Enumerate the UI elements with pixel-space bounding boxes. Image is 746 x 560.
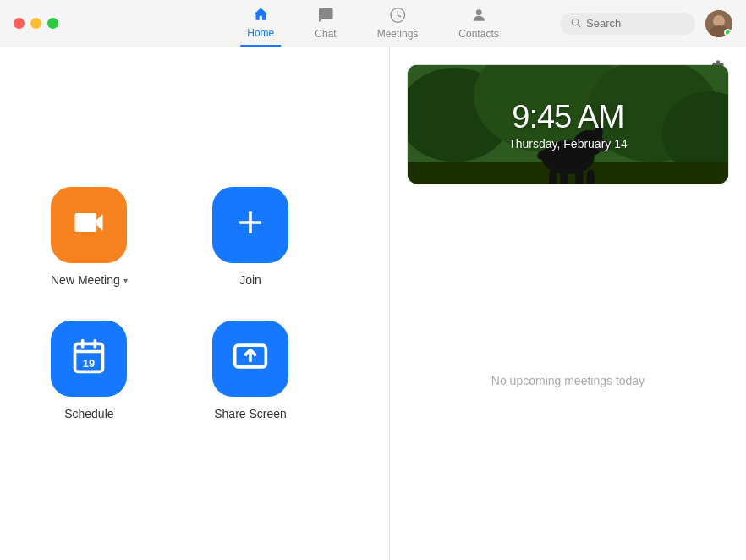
join-item[interactable]: Join [212, 187, 289, 287]
share-screen-text: Share Screen [214, 407, 287, 420]
new-meeting-button[interactable] [51, 187, 127, 263]
title-bar: Home Chat Meetings [0, 0, 746, 47]
search-box[interactable] [560, 13, 695, 35]
share-icon [232, 338, 269, 380]
svg-rect-23 [561, 170, 568, 184]
window-controls [14, 18, 58, 29]
left-panel: New Meeting ▾ Join [0, 47, 389, 560]
new-meeting-label: New Meeting ▾ [51, 273, 128, 287]
action-grid: New Meeting ▾ Join [51, 187, 288, 420]
main-nav: Home Chat Meetings [240, 0, 505, 47]
calendar-image: 9:45 AM Thursday, February 14 [408, 65, 728, 184]
svg-text:19: 19 [83, 357, 95, 370]
schedule-button[interactable]: 19 [51, 321, 127, 397]
new-meeting-text: New Meeting [51, 273, 120, 287]
time-text: 9:45 AM [508, 99, 628, 135]
svg-point-5 [713, 15, 725, 27]
date-text: Thursday, February 14 [508, 137, 628, 151]
svg-point-1 [476, 9, 482, 15]
schedule-item[interactable]: 19 Schedule [51, 321, 128, 420]
join-label: Join [239, 273, 261, 287]
camera-icon [70, 204, 107, 246]
schedule-text: Schedule [64, 407, 113, 420]
search-input[interactable] [586, 17, 685, 30]
close-button[interactable] [14, 18, 25, 29]
join-button[interactable] [212, 187, 288, 263]
new-meeting-item[interactable]: New Meeting ▾ [51, 187, 128, 287]
share-screen-item[interactable]: Share Screen [212, 321, 289, 420]
online-status-dot [724, 29, 732, 36]
svg-line-3 [578, 24, 580, 26]
calendar-icon: 19 [70, 338, 107, 380]
main-content: New Meeting ▾ Join [0, 47, 746, 560]
time-display: 9:45 AM Thursday, February 14 [508, 99, 628, 151]
contacts-icon [470, 7, 487, 26]
minimize-button[interactable] [30, 18, 41, 29]
join-text: Join [239, 273, 261, 287]
right-panel: 9:45 AM Thursday, February 14 No upcomin… [389, 47, 746, 560]
share-screen-label: Share Screen [214, 407, 287, 420]
schedule-label: Schedule [64, 407, 113, 420]
nav-label-meetings: Meetings [377, 28, 419, 40]
avatar[interactable] [705, 10, 732, 37]
nav-item-contacts[interactable]: Contacts [452, 0, 505, 47]
chat-icon [317, 7, 334, 26]
svg-rect-22 [549, 170, 557, 184]
maximize-button[interactable] [47, 18, 58, 29]
meetings-section: No upcoming meetings today [390, 201, 746, 560]
nav-item-chat[interactable]: Chat [308, 0, 343, 47]
nav-label-contacts: Contacts [458, 28, 498, 40]
svg-rect-25 [587, 170, 595, 184]
search-icon [570, 17, 581, 30]
svg-rect-24 [575, 170, 583, 184]
nav-label-home: Home [247, 27, 274, 39]
nav-item-home[interactable]: Home [240, 0, 281, 47]
plus-icon [232, 204, 269, 246]
nav-item-meetings[interactable]: Meetings [370, 0, 425, 47]
dropdown-arrow-icon: ▾ [123, 276, 128, 285]
home-icon [252, 6, 269, 25]
share-screen-button[interactable] [212, 321, 288, 397]
nav-label-chat: Chat [315, 28, 336, 40]
meetings-icon [389, 7, 406, 26]
search-area [560, 10, 732, 37]
no-meetings-message: No upcoming meetings today [491, 374, 645, 387]
calendar-card: 9:45 AM Thursday, February 14 [407, 64, 729, 184]
